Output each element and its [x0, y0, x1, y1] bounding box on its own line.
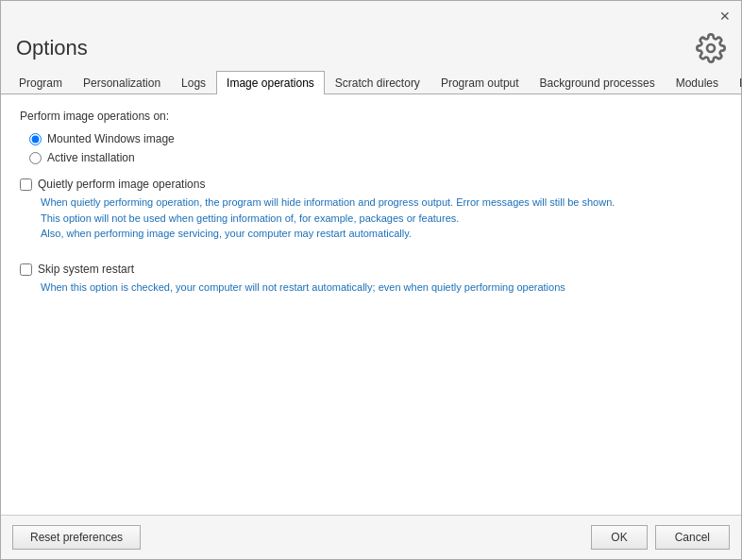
cancel-button[interactable]: Cancel — [655, 525, 730, 550]
quietly-desc-line3: Also, when performing image servicing, y… — [41, 226, 722, 242]
active-installation-radio-item[interactable]: Active installation — [29, 151, 722, 164]
tab-program[interactable]: Program — [8, 71, 73, 94]
quietly-description: When quietly performing operation, the p… — [41, 195, 722, 242]
tab-program-output[interactable]: Program output — [430, 71, 530, 94]
active-installation-label: Active installation — [47, 151, 135, 164]
content-area: Perform image operations on: Mounted Win… — [1, 94, 741, 515]
tab-scratch-directory[interactable]: Scratch directory — [325, 71, 430, 94]
settings-gear-icon[interactable] — [696, 33, 726, 63]
svg-point-0 — [707, 44, 715, 52]
image-operations-radio-group: Mounted Windows image Active installatio… — [29, 132, 722, 164]
quietly-label: Quietly perform image operations — [38, 178, 205, 191]
skip-restart-label: Skip system restart — [38, 263, 134, 276]
quietly-checkbox[interactable] — [20, 178, 32, 191]
window-title: Options — [16, 36, 88, 60]
quietly-desc-line2: This option will not be used when gettin… — [41, 211, 722, 227]
tab-modules[interactable]: Modules — [666, 71, 729, 94]
tab-image-detection[interactable]: Image detection — [729, 71, 742, 94]
footer: Reset preferences OK Cancel — [1, 515, 741, 559]
quietly-checkbox-section: Quietly perform image operations When qu… — [20, 178, 722, 242]
mounted-image-radio[interactable] — [29, 133, 42, 145]
header: Options — [1, 29, 741, 71]
skip-restart-checkbox-section: Skip system restart When this option is … — [20, 263, 722, 296]
quietly-checkbox-item[interactable]: Quietly perform image operations — [20, 178, 722, 191]
skip-restart-checkbox[interactable] — [20, 263, 32, 276]
close-button[interactable]: ✕ — [717, 8, 734, 25]
close-icon: ✕ — [719, 8, 731, 24]
tabs-bar: Program Personalization Logs Image opera… — [1, 71, 741, 94]
active-installation-radio[interactable] — [29, 152, 42, 164]
title-bar: ✕ — [1, 1, 741, 29]
tab-image-operations[interactable]: Image operations — [216, 71, 325, 94]
divider — [20, 251, 722, 263]
perform-on-label: Perform image operations on: — [20, 110, 722, 123]
footer-actions: OK Cancel — [591, 525, 730, 550]
options-window: ✕ Options Program Personalization Logs I… — [0, 0, 742, 560]
ok-button[interactable]: OK — [591, 525, 647, 550]
skip-restart-checkbox-item[interactable]: Skip system restart — [20, 263, 722, 276]
skip-restart-description: When this option is checked, your comput… — [41, 280, 722, 296]
reset-preferences-button[interactable]: Reset preferences — [12, 525, 141, 550]
mounted-image-label: Mounted Windows image — [47, 132, 175, 145]
tab-background-processes[interactable]: Background processes — [530, 71, 666, 94]
quietly-desc-line1: When quietly performing operation, the p… — [41, 195, 722, 211]
tab-personalization[interactable]: Personalization — [73, 71, 171, 94]
mounted-image-radio-item[interactable]: Mounted Windows image — [29, 132, 722, 145]
tab-logs[interactable]: Logs — [171, 71, 216, 94]
